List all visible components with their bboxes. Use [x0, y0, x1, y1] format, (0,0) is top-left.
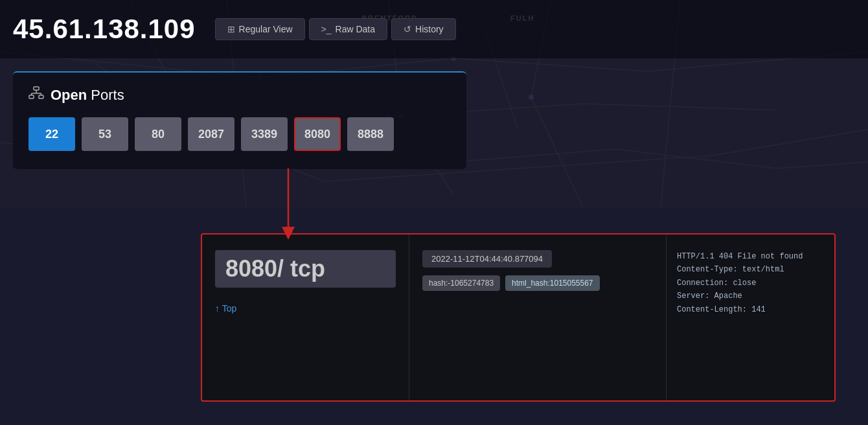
svg-point-30 — [529, 95, 534, 100]
svg-rect-34 — [39, 95, 43, 98]
svg-line-6 — [324, 168, 518, 181]
tab-regular-view[interactable]: ⊞ Regular View — [215, 18, 305, 40]
svg-line-20 — [615, 149, 777, 168]
timestamp-badge: 2022-11-12T04:44:40.877094 — [422, 250, 552, 268]
hash-badges: hash:-1065274783 html_hash:1015055567 — [422, 275, 653, 291]
port-detail-panel: 8080/ tcp Top 2022-11-12T04:44:40.877094… — [201, 233, 836, 402]
svg-rect-33 — [29, 95, 34, 98]
section-header: Open Ports — [29, 86, 451, 104]
tab-raw-data[interactable]: >_ Raw Data — [309, 18, 387, 40]
tab-history-label: History — [415, 24, 444, 34]
port-badge-8888[interactable]: 8888 — [347, 117, 394, 151]
svg-line-21 — [777, 162, 868, 168]
port-badge-80[interactable]: 80 — [135, 117, 181, 151]
tab-history[interactable]: ↺ History — [391, 18, 456, 40]
history-icon: ↺ — [404, 24, 411, 34]
section-title-normal: Ports — [87, 87, 124, 103]
tab-regular-label: Regular View — [239, 24, 293, 34]
html-hash-badge: html_hash:1015055567 — [505, 275, 599, 291]
tab-group: ⊞ Regular View >_ Raw Data ↺ History — [215, 18, 456, 40]
hash-badge: hash:-1065274783 — [422, 275, 500, 291]
svg-rect-32 — [34, 87, 39, 90]
port-badge-8080[interactable]: 8080 — [294, 117, 341, 151]
tab-raw-label: Raw Data — [336, 24, 375, 34]
svg-line-2 — [453, 58, 648, 71]
port-protocol-title: 8080/ tcp — [215, 250, 396, 288]
port-badge-53[interactable]: 53 — [82, 117, 128, 151]
panel-left: 8080/ tcp Top — [202, 235, 409, 400]
panel-center: 2022-11-12T04:44:40.877094 hash:-1065274… — [409, 235, 666, 400]
section-title-bold: Open — [51, 87, 87, 103]
panel-right: HTTP/1.1 404 File not found Content-Type… — [666, 235, 834, 400]
network-icon — [29, 86, 44, 104]
top-link[interactable]: Top — [215, 303, 396, 314]
port-badge-3389[interactable]: 3389 — [241, 117, 288, 151]
section-title: Open Ports — [51, 87, 124, 104]
raw-data-icon: >_ — [321, 24, 332, 34]
svg-line-19 — [453, 149, 615, 162]
open-ports-section: Open Ports 22 53 80 2087 3389 8080 8888 — [13, 71, 466, 169]
svg-line-8 — [713, 130, 868, 155]
port-badge-2087[interactable]: 2087 — [188, 117, 234, 151]
ports-list: 22 53 80 2087 3389 8080 8888 — [29, 117, 451, 151]
ip-address: 45.61.138.109 — [13, 14, 196, 45]
top-bar: 45.61.138.109 ⊞ Regular View >_ Raw Data… — [0, 0, 868, 58]
response-text: HTTP/1.1 404 File not found Content-Type… — [677, 250, 824, 316]
port-badge-22[interactable]: 22 — [29, 117, 75, 151]
svg-line-15 — [583, 104, 777, 110]
regular-view-icon: ⊞ — [227, 24, 235, 34]
